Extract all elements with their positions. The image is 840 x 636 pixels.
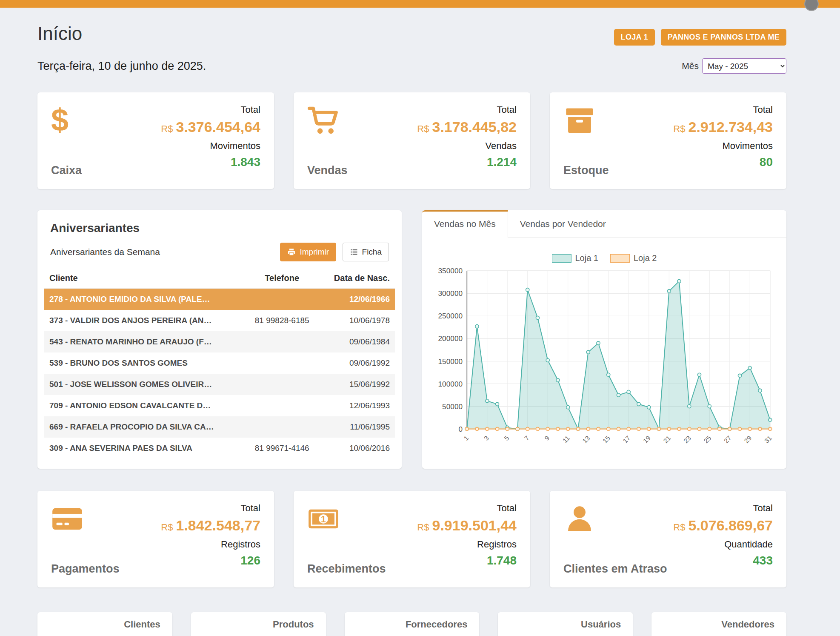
stat-card-caixa: $ Caixa Total R$3.376.454,64 Movimentos …: [37, 92, 274, 189]
print-button[interactable]: Imprimir: [280, 243, 336, 261]
mini-card-label: Produtos: [273, 619, 314, 630]
legend-label: Loja 1: [575, 253, 599, 263]
table-row[interactable]: 539 - BRUNO DOS SANTOS GOMES09/06/1992: [44, 352, 395, 374]
mini-card-vendedores: Vendedores: [651, 612, 786, 636]
svg-text:21: 21: [662, 434, 672, 444]
list-icon: [350, 248, 358, 256]
table-row[interactable]: 669 - RAFAELA PROCOPIO DA SILVA CA…11/06…: [44, 416, 395, 438]
table-row[interactable]: 373 - VALDIR DOS ANJOS PEREIRA (AN…81 99…: [44, 310, 395, 331]
legend-label: Loja 2: [634, 253, 657, 263]
col-telefone: Telefone: [245, 268, 319, 289]
count-label: Vendas: [417, 140, 517, 152]
table-row[interactable]: 709 - ANTONIO EDSON CAVALCANTE D…12/06/1…: [44, 395, 395, 416]
cell-client: 309 - ANA SEVERINA PAES DA SILVA: [44, 438, 245, 459]
stat-left: 1 Recebimentos: [307, 503, 386, 576]
mini-card-label: Fornecedores: [406, 619, 468, 630]
count-value: 126: [161, 554, 260, 567]
svg-text:31: 31: [763, 434, 773, 444]
total-label: Total: [673, 503, 773, 514]
cell-client: 539 - BRUNO DOS SANTOS GOMES: [44, 352, 245, 374]
count-label: Quantidade: [673, 539, 773, 550]
printer-icon: [287, 248, 296, 256]
cell-birthdate: 10/06/1978: [319, 310, 395, 331]
cell-client: 278 - ANTONIO EMIDIO DA SILVA (PALE…: [44, 289, 245, 310]
legend-item[interactable]: Loja 1: [552, 253, 599, 263]
birthday-subtitle: Aniversariantes da Semana: [50, 247, 160, 257]
birthday-title: Aniversariantes: [50, 221, 389, 235]
mini-card-label: Clientes: [124, 619, 160, 630]
chart-legend: Loja 1Loja 2: [431, 253, 777, 263]
cell-phone: [245, 416, 319, 438]
svg-text:25: 25: [702, 434, 712, 444]
stats-top-row: $ Caixa Total R$3.376.454,64 Movimentos …: [37, 92, 786, 189]
month-select[interactable]: May - 2025: [702, 58, 786, 74]
count-value: 433: [673, 554, 773, 567]
mini-card-usuários: Usuários: [498, 612, 633, 636]
svg-text:13: 13: [581, 434, 591, 444]
middle-row: Aniversariantes Aniversariantes da Seman…: [37, 210, 786, 469]
company-badge[interactable]: PANNOS E PANNOS LTDA ME: [661, 29, 786, 46]
cell-birthdate: 10/06/2016: [319, 438, 395, 459]
chart-body: Loja 1Loja 2 050000100000150000200000250…: [422, 238, 786, 469]
table-row[interactable]: 501 - JOSE WELISSON GOMES OLIVEIR…15/06/…: [44, 374, 395, 395]
stat-card-vendas: Vendas Total R$3.178.445,82 Vendas 1.214: [294, 92, 530, 189]
total-label: Total: [673, 104, 773, 115]
svg-text:11: 11: [561, 434, 571, 444]
stat-left: Estoque: [563, 104, 609, 177]
cell-birthdate: 09/06/1984: [319, 331, 395, 352]
total-label: Total: [161, 104, 260, 115]
stat-card-clientes-atraso: Clientes em Atraso Total R$5.076.869,67 …: [550, 491, 786, 587]
tab-vendas-no-mes[interactable]: Vendas no Mês: [422, 210, 508, 238]
count-label: Registros: [161, 539, 260, 550]
total-value: R$3.376.454,64: [161, 119, 260, 137]
svg-text:23: 23: [682, 434, 692, 444]
page-header: Início LOJA 1 PANNOS E PANNOS LTDA ME: [37, 23, 786, 46]
total-value: R$9.919.501,44: [417, 518, 517, 535]
stat-title: Recebimentos: [307, 562, 386, 576]
table-row[interactable]: 278 - ANTONIO EMIDIO DA SILVA (PALE…12/0…: [44, 289, 395, 310]
svg-text:1: 1: [462, 434, 470, 442]
tab-vendas-por-vendedor[interactable]: Vendas por Vendedor: [508, 210, 618, 238]
box-icon: [563, 104, 609, 137]
bottom-cards: ClientesProdutosFornecedoresUsuáriosVend…: [37, 612, 786, 636]
mini-card-clientes: Clientes: [37, 612, 172, 636]
stat-right: Total R$3.376.454,64 Movimentos 1.843: [161, 104, 260, 177]
cell-phone: [245, 289, 319, 310]
store-badge[interactable]: LOJA 1: [614, 29, 655, 46]
stat-card-recebimentos: 1 Recebimentos Total R$9.919.501,44 Regi…: [294, 491, 530, 587]
total-value: R$5.076.869,67: [673, 518, 773, 535]
svg-text:29: 29: [743, 434, 753, 444]
cell-birthdate: 09/06/1992: [319, 352, 395, 374]
credit-card-icon: [51, 503, 120, 535]
stat-right: Total R$3.178.445,82 Vendas 1.214: [417, 104, 517, 177]
legend-item[interactable]: Loja 2: [610, 253, 657, 263]
cell-phone: [245, 374, 319, 395]
svg-text:0: 0: [458, 425, 463, 433]
cell-birthdate: 12/06/1993: [319, 395, 395, 416]
current-date: Terça-feira, 10 de junho de 2025.: [37, 60, 206, 73]
table-row[interactable]: 309 - ANA SEVERINA PAES DA SILVA81 99671…: [44, 438, 395, 459]
ficha-button[interactable]: Ficha: [343, 243, 389, 261]
birthday-table: Cliente Telefone Data de Nasc. 278 - ANT…: [44, 268, 395, 459]
sales-chart: 0500001000001500002000002500003000003500…: [431, 266, 777, 462]
cell-birthdate: 11/06/1995: [319, 416, 395, 438]
svg-text:200000: 200000: [438, 334, 463, 343]
count-value: 1.214: [417, 155, 517, 169]
svg-text:5: 5: [503, 434, 510, 442]
stat-left: Clientes em Atraso: [563, 503, 667, 576]
cart-icon: [307, 104, 348, 137]
top-bar: [0, 0, 840, 8]
date-row: Terça-feira, 10 de junho de 2025. Mês Ma…: [37, 58, 786, 74]
month-label: Mês: [682, 61, 699, 71]
table-row[interactable]: 543 - RENATO MARINHO DE ARAUJO (F…09/06/…: [44, 331, 395, 352]
stat-left: $ Caixa: [51, 104, 82, 177]
total-label: Total: [161, 503, 260, 514]
print-button-label: Imprimir: [300, 247, 329, 257]
svg-text:19: 19: [642, 434, 652, 444]
birthday-table-body: 278 - ANTONIO EMIDIO DA SILVA (PALE…12/0…: [44, 289, 395, 459]
birthday-subrow: Aniversariantes da Semana Imprimir Ficha: [50, 243, 389, 261]
stat-title: Estoque: [563, 164, 609, 177]
cell-birthdate: 15/06/1992: [319, 374, 395, 395]
stat-left: Vendas: [307, 104, 348, 177]
stat-right: Total R$5.076.869,67 Quantidade 433: [673, 503, 773, 576]
